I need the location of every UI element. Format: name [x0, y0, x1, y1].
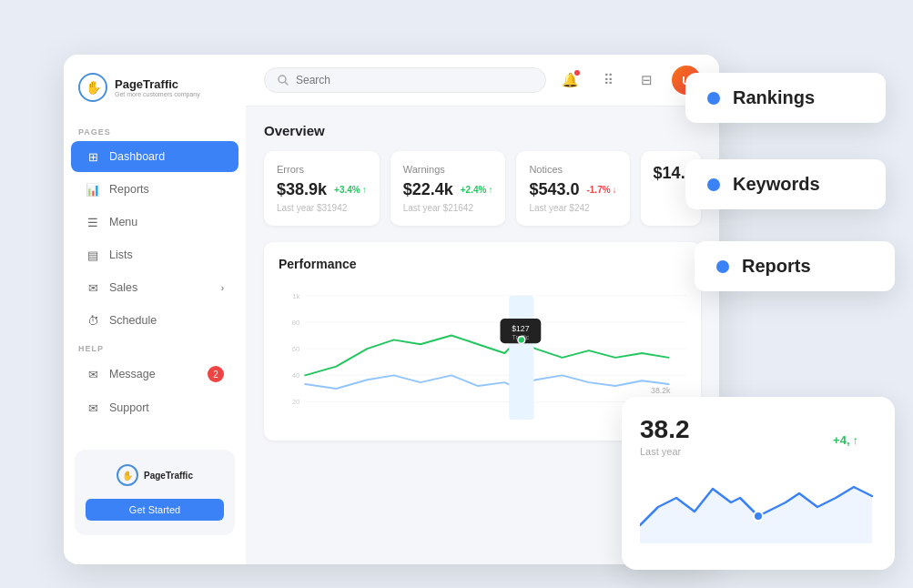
stat-label-warnings: Warnings — [403, 164, 493, 175]
svg-text:20: 20 — [292, 398, 300, 406]
stat-change-notices: -1.7% ↓ — [586, 185, 616, 195]
up-arrow-icon: ↑ — [362, 185, 367, 195]
menu-icon: ☰ — [86, 215, 100, 229]
sidebar-item-label: Reports — [109, 183, 149, 196]
promo-logo: ✋ PageTraffic — [86, 464, 224, 486]
stat-value-warnings: $22.4k — [403, 180, 453, 199]
chart-card-svg — [640, 466, 877, 548]
sidebar-item-lists[interactable]: ▤ Lists — [71, 239, 238, 270]
logo-text: PageTraffic — [115, 77, 200, 92]
svg-point-16 — [518, 336, 525, 343]
sidebar-item-reports[interactable]: 📊 Reports — [71, 174, 238, 205]
promo-logo-icon: ✋ — [117, 464, 138, 486]
chevron-down-icon: › — [221, 283, 224, 293]
up-arrow-icon: ↑ — [853, 433, 859, 447]
svg-text:1k: 1k — [292, 292, 299, 300]
logo-sub: Get more customers company — [115, 91, 200, 97]
chart-card-sublabel: Last year — [640, 446, 877, 457]
sidebar-item-label: Dashboard — [109, 150, 165, 163]
sidebar-item-support[interactable]: ✉ Support — [71, 392, 238, 423]
sidebar-item-schedule[interactable]: ⏱ Schedule — [71, 305, 238, 336]
apps-grid[interactable]: ⠿ — [595, 67, 621, 93]
search-input[interactable] — [296, 74, 533, 86]
notification-bell[interactable]: 🔔 — [557, 67, 583, 93]
stat-value-errors: $38.9k — [277, 180, 327, 199]
up-arrow-icon: ↑ — [488, 185, 492, 195]
sidebar-item-label: Sales — [109, 281, 137, 294]
stat-last-year-notices: Last year $242 — [529, 203, 616, 213]
svg-text:$127: $127 — [512, 324, 530, 333]
lists-icon: ▤ — [86, 248, 100, 262]
keywords-dot — [707, 178, 720, 191]
svg-text:38.2k: 38.2k — [651, 386, 671, 395]
floating-reports-card: Reports — [695, 241, 895, 291]
promo-logo-text: PageTraffic — [144, 471, 193, 481]
sidebar-logo: ✋ PageTraffic Get more customers company — [64, 73, 246, 120]
promo-button[interactable]: Get Started — [86, 499, 224, 521]
svg-text:40: 40 — [292, 371, 300, 380]
keywords-label: Keywords — [733, 174, 820, 195]
svg-point-20 — [754, 512, 763, 521]
performance-title: Performance — [279, 257, 686, 271]
sales-icon: ✉ — [86, 280, 100, 295]
reports-icon: 📊 — [86, 182, 100, 197]
chart-card-large: 38.2 Last year +4, ↑ — [622, 397, 895, 570]
dashboard-container: ✋ PageTraffic Get more customers company… — [64, 55, 719, 564]
sidebar-item-label: Support — [109, 401, 149, 414]
sidebar-promo: ✋ PageTraffic Get Started — [75, 450, 235, 535]
stat-last-year-warnings: Last year $21642 — [403, 203, 493, 213]
rankings-dot — [707, 92, 720, 105]
message-icon: ✉ — [86, 367, 100, 381]
toggle-switch[interactable]: ⊟ — [634, 67, 659, 93]
chart-card-change: +4, ↑ — [833, 433, 858, 447]
overview-title: Overview — [264, 123, 701, 138]
stat-card-errors: Errors $38.9k +3.4% ↑ Last year $31942 — [264, 151, 380, 226]
sidebar-item-label: Schedule — [109, 314, 157, 327]
help-section-label: HELP — [64, 337, 246, 357]
floating-rankings-card: Rankings — [685, 73, 886, 123]
stat-label-errors: Errors — [277, 164, 367, 175]
stat-last-year-errors: Last year $31942 — [277, 203, 367, 213]
sidebar-item-label: Menu — [109, 216, 137, 228]
reports-dot — [716, 260, 729, 273]
reports-label: Reports — [742, 256, 811, 277]
stat-value-notices: $543.0 — [529, 180, 579, 199]
stat-card-warnings: Warnings $22.4k +2.4% ↑ Last year $21642 — [391, 151, 506, 226]
pages-section-label: PAGES — [64, 120, 246, 140]
stat-change-warnings: +2.4% ↑ — [461, 185, 493, 195]
sidebar: ✋ PageTraffic Get more customers company… — [64, 55, 246, 564]
search-box[interactable] — [264, 67, 546, 93]
svg-rect-12 — [509, 296, 533, 420]
sidebar-item-message[interactable]: ✉ Message 2 — [71, 358, 238, 390]
logo-icon: ✋ — [78, 73, 107, 102]
sidebar-item-label: Message — [109, 368, 156, 380]
sidebar-bottom: ✋ PageTraffic Get Started — [64, 439, 246, 546]
svg-text:60: 60 — [292, 345, 300, 353]
search-icon — [278, 75, 289, 86]
schedule-icon: ⏱ — [86, 313, 100, 328]
sidebar-item-dashboard[interactable]: ⊞ Dashboard — [71, 141, 238, 172]
message-badge: 2 — [208, 366, 224, 382]
stats-grid: Errors $38.9k +3.4% ↑ Last year $31942 W — [264, 151, 701, 226]
support-icon: ✉ — [86, 400, 100, 415]
sidebar-item-menu[interactable]: ☰ Menu — [71, 207, 238, 238]
down-arrow-icon: ↓ — [613, 185, 617, 195]
stat-change-errors: +3.4% ↑ — [334, 185, 367, 195]
rankings-label: Rankings — [733, 87, 815, 108]
svg-text:80: 80 — [292, 319, 300, 327]
sidebar-item-sales[interactable]: ✉ Sales › — [71, 272, 238, 303]
floating-keywords-card: Keywords — [685, 159, 886, 209]
sidebar-item-label: Lists — [109, 248, 133, 261]
notification-dot — [574, 70, 580, 76]
topbar: 🔔 ⠿ ⊟ U — [246, 55, 719, 106]
dashboard-icon: ⊞ — [86, 149, 100, 164]
svg-line-1 — [285, 82, 288, 85]
stat-card-notices: Notices $543.0 -1.7% ↓ Last year $242 — [516, 151, 629, 226]
topbar-icons: 🔔 ⠿ ⊟ U — [557, 66, 701, 95]
stat-label-notices: Notices — [529, 164, 616, 175]
